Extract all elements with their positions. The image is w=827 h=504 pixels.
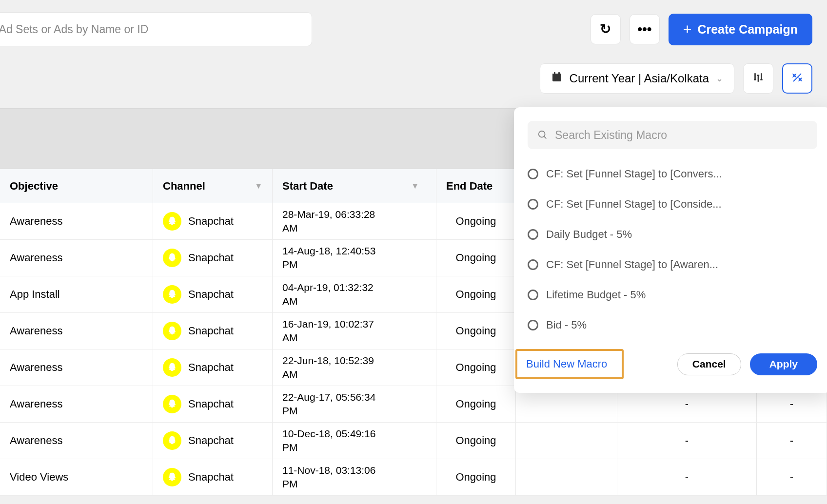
macro-search-input[interactable] bbox=[555, 129, 807, 142]
more-button[interactable]: ••• bbox=[630, 14, 660, 44]
snapchat-icon bbox=[163, 212, 181, 231]
wand-icon bbox=[791, 72, 803, 86]
cell-objective: Awareness bbox=[0, 240, 153, 276]
filter-icon: ▼ bbox=[255, 182, 262, 191]
cell-channel: Snapchat bbox=[153, 386, 273, 422]
svg-rect-3 bbox=[558, 72, 560, 75]
macro-item-label: CF: Set [Funnel Stage] to [Awaren... bbox=[546, 258, 718, 271]
refresh-button[interactable]: ↻ bbox=[591, 14, 621, 44]
table-row[interactable]: Video ViewsSnapchat11-Nov-18, 03:13:06PM… bbox=[0, 459, 827, 496]
cell-objective: Awareness bbox=[0, 386, 153, 422]
macro-item[interactable]: CF: Set [Funnel Stage] to [Conside... bbox=[528, 189, 817, 219]
column-objective[interactable]: Objective bbox=[0, 169, 153, 203]
macro-wand-button[interactable] bbox=[782, 63, 812, 94]
svg-rect-1 bbox=[552, 74, 561, 76]
refresh-icon: ↻ bbox=[600, 22, 611, 36]
search-icon bbox=[537, 130, 548, 140]
cell-end-date: Ongoing bbox=[436, 423, 516, 459]
radio-icon bbox=[528, 290, 538, 300]
radio-icon bbox=[528, 320, 538, 330]
macro-item[interactable]: Daily Budget - 5% bbox=[528, 219, 817, 250]
cell-start-date: 16-Jan-19, 10:02:37AM bbox=[273, 313, 436, 349]
cell-start-date: 22-Aug-17, 05:56:34PM bbox=[273, 386, 436, 422]
cell-objective: Awareness bbox=[0, 423, 153, 459]
macro-item[interactable]: Lifetime Budget - 5% bbox=[528, 280, 817, 310]
snapchat-icon bbox=[163, 395, 181, 413]
snapchat-icon bbox=[163, 249, 181, 267]
column-end-date[interactable]: End Date bbox=[436, 169, 516, 203]
cell-extra-2: - bbox=[617, 423, 757, 459]
svg-point-4 bbox=[539, 131, 545, 137]
snapchat-icon bbox=[163, 285, 181, 304]
snapchat-icon bbox=[163, 322, 181, 340]
snapchat-icon bbox=[163, 468, 181, 486]
create-campaign-label: Create Campaign bbox=[697, 22, 798, 37]
date-range-button[interactable]: Current Year | Asia/Kolkata ⌄ bbox=[540, 63, 734, 94]
cell-channel: Snapchat bbox=[153, 423, 273, 459]
cell-objective: App Install bbox=[0, 276, 153, 312]
cell-extra-3: - bbox=[757, 423, 827, 459]
table-row[interactable]: AwarenessSnapchat10-Dec-18, 05:49:16PMOn… bbox=[0, 423, 827, 459]
cell-channel: Snapchat bbox=[153, 240, 273, 276]
cell-channel: Snapchat bbox=[153, 459, 273, 495]
filter-icon: ▼ bbox=[411, 182, 419, 191]
macro-item[interactable]: Bid - 5% bbox=[528, 310, 817, 340]
cell-start-date: 11-Nov-18, 03:13:06PM bbox=[273, 459, 436, 495]
date-range-label: Current Year | Asia/Kolkata bbox=[570, 72, 709, 85]
chevron-down-icon: ⌄ bbox=[716, 73, 723, 84]
macro-footer: Build New Macro Cancel Apply bbox=[528, 340, 817, 379]
cell-objective: Video Views bbox=[0, 459, 153, 495]
macro-list: CF: Set [Funnel Stage] to [Convers...CF:… bbox=[528, 159, 817, 340]
radio-icon bbox=[528, 259, 538, 270]
ellipsis-icon: ••• bbox=[637, 22, 651, 36]
cell-channel: Snapchat bbox=[153, 276, 273, 312]
cell-end-date: Ongoing bbox=[436, 313, 516, 349]
build-new-macro-link[interactable]: Build New Macro bbox=[515, 349, 624, 379]
cell-extra-2: - bbox=[617, 459, 757, 495]
macro-item-label: Daily Budget - 5% bbox=[546, 228, 632, 241]
svg-rect-2 bbox=[554, 72, 555, 75]
cancel-button[interactable]: Cancel bbox=[677, 353, 741, 375]
cell-channel: Snapchat bbox=[153, 349, 273, 386]
toolbar: ↻ ••• + Create Campaign bbox=[0, 0, 827, 58]
cell-start-date: 28-Mar-19, 06:33:28AM bbox=[273, 203, 436, 239]
radio-icon bbox=[528, 199, 538, 210]
cell-start-date: 22-Jun-18, 10:52:39AM bbox=[273, 349, 436, 386]
create-campaign-button[interactable]: + Create Campaign bbox=[669, 14, 812, 45]
calendar-icon bbox=[551, 71, 563, 86]
column-channel[interactable]: Channel▼ bbox=[153, 169, 273, 203]
column-start-date[interactable]: Start Date▼ bbox=[273, 169, 436, 203]
cell-extra-1 bbox=[516, 459, 617, 495]
macro-item[interactable]: CF: Set [Funnel Stage] to [Convers... bbox=[528, 159, 817, 189]
macro-item-label: Bid - 5% bbox=[546, 319, 587, 331]
cell-channel: Snapchat bbox=[153, 203, 273, 239]
macro-popover: CF: Set [Funnel Stage] to [Convers...CF:… bbox=[514, 107, 827, 393]
search-input[interactable] bbox=[0, 12, 312, 46]
cell-end-date: Ongoing bbox=[436, 240, 516, 276]
macro-item-label: Lifetime Budget - 5% bbox=[546, 289, 646, 301]
snapchat-icon bbox=[163, 431, 181, 450]
cell-start-date: 10-Dec-18, 05:49:16PM bbox=[273, 423, 436, 459]
cell-channel: Snapchat bbox=[153, 313, 273, 349]
columns-button[interactable] bbox=[743, 63, 773, 94]
snapchat-icon bbox=[163, 358, 181, 377]
cell-objective: Awareness bbox=[0, 203, 153, 239]
cell-end-date: Ongoing bbox=[436, 386, 516, 422]
radio-icon bbox=[528, 169, 538, 179]
cell-end-date: Ongoing bbox=[436, 203, 516, 239]
cell-start-date: 14-Aug-18, 12:40:53PM bbox=[273, 240, 436, 276]
macro-item[interactable]: CF: Set [Funnel Stage] to [Awaren... bbox=[528, 250, 817, 280]
cell-end-date: Ongoing bbox=[436, 349, 516, 386]
cell-extra-3: - bbox=[757, 459, 827, 495]
macro-search-wrap bbox=[528, 121, 817, 149]
cell-objective: Awareness bbox=[0, 349, 153, 386]
radio-icon bbox=[528, 229, 538, 240]
apply-button[interactable]: Apply bbox=[750, 353, 817, 375]
columns-icon bbox=[752, 71, 765, 86]
cell-extra-1 bbox=[516, 423, 617, 459]
cell-start-date: 04-Apr-19, 01:32:32AM bbox=[273, 276, 436, 312]
plus-icon: + bbox=[683, 22, 692, 37]
filter-bar: Current Year | Asia/Kolkata ⌄ bbox=[0, 58, 827, 108]
cell-end-date: Ongoing bbox=[436, 276, 516, 312]
cell-objective: Awareness bbox=[0, 313, 153, 349]
